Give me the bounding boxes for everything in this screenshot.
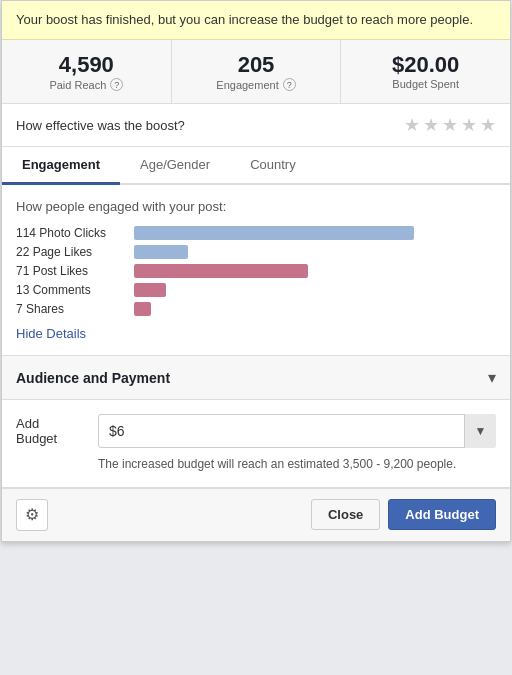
tab-age-gender[interactable]: Age/Gender <box>120 147 230 185</box>
star-4[interactable]: ★ <box>461 114 477 136</box>
paid-reach-value: 4,590 <box>10 52 163 78</box>
budget-section: AddBudget $6 $10 $20 $50 ▼ The increased… <box>2 400 510 488</box>
paid-reach-help[interactable]: ? <box>110 78 123 91</box>
tab-country[interactable]: Country <box>230 147 316 185</box>
rating-question: How effective was the boost? <box>16 118 185 133</box>
rating-row: How effective was the boost? ★ ★ ★ ★ ★ <box>2 104 510 147</box>
close-button[interactable]: Close <box>311 499 380 530</box>
budget-row: AddBudget $6 $10 $20 $50 ▼ <box>16 414 496 448</box>
budget-spent-label: Budget Spent <box>349 78 502 90</box>
bar-container <box>134 226 496 240</box>
stat-budget-spent: $20.00 Budget Spent <box>341 40 510 103</box>
bar-label: 22 Page Likes <box>16 245 126 259</box>
gear-button[interactable]: ⚙ <box>16 499 48 531</box>
bar-label: 71 Post Likes <box>16 264 126 278</box>
engagement-label: Engagement ? <box>180 78 333 91</box>
bar-container <box>134 302 496 316</box>
bar-container <box>134 264 496 278</box>
bar-fill <box>134 302 151 316</box>
bar-fill <box>134 283 166 297</box>
audience-header[interactable]: Audience and Payment ▾ <box>2 356 510 399</box>
bar-label: 7 Shares <box>16 302 126 316</box>
bar-label: 13 Comments <box>16 283 126 297</box>
audience-section: Audience and Payment ▾ <box>2 356 510 400</box>
alert-text: Your boost has finished, but you can inc… <box>16 12 473 27</box>
bar-row: 71 Post Likes <box>16 264 496 278</box>
star-5[interactable]: ★ <box>480 114 496 136</box>
star-1[interactable]: ★ <box>404 114 420 136</box>
bar-label: 114 Photo Clicks <box>16 226 126 240</box>
budget-select-wrapper: $6 $10 $20 $50 ▼ <box>98 414 496 448</box>
bar-row: 22 Page Likes <box>16 245 496 259</box>
stat-engagement: 205 Engagement ? <box>172 40 342 103</box>
boost-modal: Your boost has finished, but you can inc… <box>1 0 511 542</box>
bar-row: 13 Comments <box>16 283 496 297</box>
bar-fill <box>134 264 308 278</box>
tabs-row: Engagement Age/Gender Country <box>2 147 510 185</box>
star-2[interactable]: ★ <box>423 114 439 136</box>
engagement-section-title: How people engaged with your post: <box>16 199 496 214</box>
chevron-down-icon: ▾ <box>488 368 496 387</box>
stats-row: 4,590 Paid Reach ? 205 Engagement ? $20.… <box>2 40 510 104</box>
bar-row: 114 Photo Clicks <box>16 226 496 240</box>
budget-note: The increased budget will reach an estim… <box>98 456 496 473</box>
gear-icon: ⚙ <box>25 505 39 524</box>
hide-details-link[interactable]: Hide Details <box>16 326 496 341</box>
star-3[interactable]: ★ <box>442 114 458 136</box>
audience-title: Audience and Payment <box>16 370 170 386</box>
bar-container <box>134 283 496 297</box>
engagement-help[interactable]: ? <box>283 78 296 91</box>
footer-right: Close Add Budget <box>311 499 496 530</box>
bar-row: 7 Shares <box>16 302 496 316</box>
bar-chart: 114 Photo Clicks22 Page Likes71 Post Lik… <box>16 226 496 316</box>
bar-fill <box>134 226 414 240</box>
add-budget-label: AddBudget <box>16 416 86 446</box>
engagement-section: How people engaged with your post: 114 P… <box>2 185 510 356</box>
tab-engagement[interactable]: Engagement <box>2 147 120 185</box>
bar-container <box>134 245 496 259</box>
bar-fill <box>134 245 188 259</box>
stat-paid-reach: 4,590 Paid Reach ? <box>2 40 172 103</box>
star-rating[interactable]: ★ ★ ★ ★ ★ <box>404 114 496 136</box>
budget-spent-value: $20.00 <box>349 52 502 78</box>
engagement-value: 205 <box>180 52 333 78</box>
footer: ⚙ Close Add Budget <box>2 488 510 541</box>
add-budget-button[interactable]: Add Budget <box>388 499 496 530</box>
alert-banner: Your boost has finished, but you can inc… <box>2 1 510 40</box>
budget-select[interactable]: $6 $10 $20 $50 <box>98 414 496 448</box>
paid-reach-label: Paid Reach ? <box>10 78 163 91</box>
